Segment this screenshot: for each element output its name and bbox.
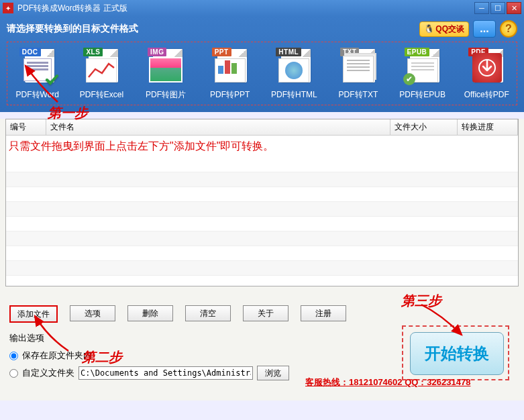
options-button[interactable]: 选项: [70, 305, 115, 321]
format-label: PDF转Word: [16, 89, 59, 101]
file-table: 编号 文件名 文件大小 转换进度 只需文件拖曳到界面上点击左下方"添加文件"即可…: [5, 119, 519, 286]
table-row: [6, 172, 518, 187]
titlebar: ✦ PDF转换成Word转换器 正式版 ─ ☐ ✕: [0, 0, 524, 16]
minimize-button[interactable]: ─: [474, 2, 489, 14]
browse-button[interactable]: 浏览: [257, 366, 289, 380]
table-row: [6, 246, 518, 261]
table-row: [6, 187, 518, 202]
save-original-radio[interactable]: [9, 352, 18, 360]
clear-button[interactable]: 清空: [185, 305, 231, 321]
format-doc[interactable]: DOCPDF转Word: [11, 46, 64, 101]
table-row: [6, 231, 518, 246]
format-label: Office转PDF: [464, 89, 509, 101]
format-img[interactable]: IMGPDF转图片: [140, 46, 192, 101]
format-pdf[interactable]: PDFOffice转PDF: [460, 46, 513, 101]
table-row: [6, 261, 518, 276]
format-label: PDF转TXT: [339, 89, 378, 101]
format-label: PDF转EPUB: [399, 89, 446, 101]
add-file-button[interactable]: 添加文件: [9, 305, 58, 323]
path-input[interactable]: [78, 366, 253, 380]
format-label: PDF转Excel: [80, 89, 123, 101]
table-row: [6, 158, 518, 172]
checkmark-icon: [45, 73, 58, 87]
qq-chat-button[interactable]: 🐧QQ交谈: [419, 21, 469, 37]
format-ppt[interactable]: PPTPDF转PPT: [204, 46, 256, 101]
format-label: PDF转图片: [146, 89, 186, 101]
help-button[interactable]: ?: [500, 20, 517, 38]
table-header: 编号 文件名 文件大小 转换进度: [6, 119, 518, 136]
window-title: PDF转换成Word转换器 正式版: [17, 3, 474, 14]
format-prompt-label: 请选择要转换到的目标文件格式: [7, 23, 138, 35]
format-list: 第一步 DOCPDF转WordXLSPDF转ExcelIMGPDF转图片PPTP…: [7, 42, 517, 105]
format-html[interactable]: HTMLPDF转HTML: [268, 46, 321, 101]
table-row: [6, 202, 518, 217]
custom-folder-radio[interactable]: [9, 369, 18, 378]
start-convert-button[interactable]: 开始转换: [410, 332, 504, 375]
table-body[interactable]: 只需文件拖曳到界面上点击左下方"添加文件"即可转换。: [6, 136, 518, 286]
chat-button[interactable]: ...: [473, 20, 496, 38]
save-original-label[interactable]: 保存在原文件夹内: [22, 350, 92, 362]
table-row: [6, 276, 518, 286]
hotline-label[interactable]: 客服热线：18121074602 QQ：326231478: [305, 376, 470, 388]
format-xls[interactable]: XLSPDF转Excel: [76, 46, 128, 101]
format-selector-panel: 请选择要转换到的目标文件格式 🐧QQ交谈 ... ? 第一步 DOCPDF转Wo…: [0, 16, 524, 112]
maximize-button[interactable]: ☐: [490, 2, 505, 14]
close-button[interactable]: ✕: [507, 2, 521, 14]
app-icon: ✦: [3, 3, 13, 13]
window-buttons: ─ ☐ ✕: [474, 2, 521, 14]
qq-icon: 🐧: [424, 24, 434, 34]
format-epub[interactable]: EPUB✔PDF转EPUB: [397, 46, 449, 101]
table-row: [6, 217, 518, 231]
custom-folder-label[interactable]: 自定义文件夹: [22, 367, 74, 379]
col-name[interactable]: 文件名: [46, 119, 390, 135]
svg-rect-0: [86, 58, 117, 83]
delete-button[interactable]: 删除: [127, 305, 173, 321]
format-label: PDF转PPT: [210, 89, 250, 101]
format-label: PDF转HTML: [271, 89, 317, 101]
col-size[interactable]: 文件大小: [390, 119, 458, 135]
drag-hint: 只需文件拖曳到界面上点击左下方"添加文件"即可转换。: [6, 136, 518, 158]
col-num[interactable]: 编号: [6, 119, 46, 135]
register-button[interactable]: 注册: [301, 305, 346, 321]
about-button[interactable]: 关于: [243, 305, 289, 321]
action-button-row: 添加文件 选项 删除 清空 关于 注册: [9, 305, 515, 323]
col-progress[interactable]: 转换进度: [458, 119, 518, 135]
format-txt[interactable]: TXTPDF转TXT: [332, 46, 384, 101]
